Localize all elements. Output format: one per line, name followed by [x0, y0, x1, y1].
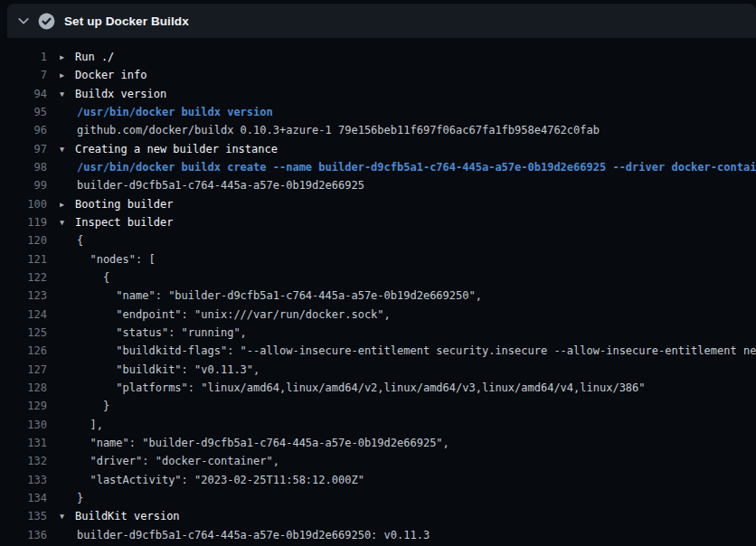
line-number[interactable]: 125 [0, 324, 47, 342]
log-line-content: ▶Run ./ [60, 48, 756, 66]
line-number[interactable]: 122 [0, 268, 47, 287]
log-line: 1 ▶Run ./ [0, 48, 756, 66]
group-collapsed-icon[interactable]: ▶ [60, 48, 75, 66]
group-collapsed-icon[interactable]: ▶ [60, 66, 75, 84]
log-line: 121 "nodes": [ [0, 250, 756, 268]
log-line-content: } [60, 397, 756, 415]
group-title[interactable]: Booting builder [75, 198, 173, 211]
log-line-content: "name": "builder-d9cfb5a1-c764-445a-a57e… [60, 287, 756, 305]
output-text: } [60, 489, 83, 507]
output-text: "nodes": [ [60, 250, 156, 268]
log-line-content: } [60, 489, 756, 507]
line-number[interactable]: 136 [0, 526, 47, 544]
log-line-content: "name": "builder-d9cfb5a1-c764-445a-a57e… [60, 434, 756, 452]
output-text: "buildkitd-flags": "--allow-insecure-ent… [60, 342, 756, 360]
line-number[interactable]: 127 [0, 361, 47, 379]
line-number[interactable]: 132 [0, 452, 47, 470]
output-text: builder-d9cfb5a1-c764-445a-a57e-0b19d2e6… [60, 526, 430, 544]
line-number[interactable]: 128 [0, 379, 47, 397]
group-expanded-icon[interactable]: ▼ [60, 85, 75, 103]
line-number[interactable]: 130 [0, 416, 47, 434]
line-number[interactable]: 7 [0, 66, 47, 84]
line-number[interactable]: 120 [0, 231, 47, 249]
log-line: 122 { [0, 268, 756, 287]
line-number[interactable]: 124 [0, 306, 47, 324]
group-title[interactable]: Creating a new builder instance [75, 143, 278, 155]
log-line: 125 "status": "running", [0, 324, 756, 342]
log-line: 127 "buildkit": "v0.11.3", [0, 361, 756, 379]
group-title[interactable]: Docker info [75, 69, 146, 81]
output-text: { [60, 268, 109, 287]
group-title[interactable]: Buildx version [75, 88, 166, 100]
log-line-content: { [60, 268, 756, 287]
log-line-content: "platforms": "linux/amd64,linux/amd64/v2… [60, 379, 756, 397]
log-line: 94 ▼Buildx version [0, 85, 756, 103]
log-line: 95 /usr/bin/docker buildx version [0, 103, 756, 121]
log-line: 123 "name": "builder-d9cfb5a1-c764-445a-… [0, 287, 756, 305]
line-number[interactable]: 123 [0, 287, 47, 305]
line-number[interactable]: 1 [0, 48, 47, 66]
log-line-content: ▼BuildKit version [60, 507, 756, 525]
command-text: /usr/bin/docker buildx create --name bui… [60, 158, 756, 176]
log-line: 100 ▶Booting builder [0, 195, 756, 213]
line-number[interactable]: 129 [0, 397, 47, 415]
output-text: "buildkit": "v0.11.3", [60, 361, 260, 379]
line-number[interactable]: 98 [0, 158, 47, 176]
log-line-content: { [60, 231, 756, 249]
line-number[interactable]: 133 [0, 471, 47, 489]
line-number[interactable]: 95 [0, 103, 47, 121]
output-text: "platforms": "linux/amd64,linux/amd64/v2… [60, 379, 646, 397]
output-text: "status": "running", [60, 324, 247, 342]
output-text: github.com/docker/buildx 0.10.3+azure-1 … [60, 121, 600, 139]
log-line-content: ▶Docker info [60, 66, 756, 84]
log-line-content: "buildkit": "v0.11.3", [60, 361, 756, 379]
output-text: "endpoint": "unix:///var/run/docker.sock… [60, 306, 391, 324]
log-line: 120 { [0, 231, 756, 249]
group-title[interactable]: BuildKit version [75, 510, 180, 522]
log-line-content: ▼Buildx version [60, 85, 756, 103]
chevron-down-icon[interactable] [16, 14, 31, 28]
log-line: 133 "lastActivity": "2023-02-25T11:58:12… [0, 471, 756, 489]
log-line: 135 ▼BuildKit version [0, 507, 756, 525]
log-line-content: "buildkitd-flags": "--allow-insecure-ent… [60, 342, 756, 360]
output-text: "driver": "docker-container", [60, 452, 279, 470]
log-line: 124 "endpoint": "unix:///var/run/docker.… [0, 306, 756, 324]
line-number[interactable]: 119 [0, 213, 47, 231]
group-collapsed-icon[interactable]: ▶ [60, 195, 75, 213]
line-number[interactable]: 94 [0, 85, 47, 103]
log-line: 96 github.com/docker/buildx 0.10.3+azure… [0, 121, 756, 139]
line-number[interactable]: 135 [0, 507, 47, 525]
step-header[interactable]: Set up Docker Buildx [7, 4, 756, 38]
log-line: 132 "driver": "docker-container", [0, 452, 756, 470]
group-expanded-icon[interactable]: ▼ [60, 140, 75, 158]
log-line: 130 ], [0, 416, 756, 434]
group-title[interactable]: Run ./ [75, 51, 114, 63]
line-number[interactable]: 121 [0, 250, 47, 268]
line-number[interactable]: 131 [0, 434, 47, 452]
line-number[interactable]: 99 [0, 176, 47, 194]
line-number[interactable]: 97 [0, 140, 47, 158]
log-line: 99 builder-d9cfb5a1-c764-445a-a57e-0b19d… [0, 176, 756, 194]
output-text: builder-d9cfb5a1-c764-445a-a57e-0b19d2e6… [60, 176, 364, 194]
check-circle-icon [38, 13, 55, 30]
log-line-content: ▼Inspect builder [60, 213, 756, 231]
log-line: 98 /usr/bin/docker buildx create --name … [0, 158, 756, 176]
log-line: 134 } [0, 489, 756, 507]
output-text: "lastActivity": "2023-02-25T11:58:12.000… [60, 471, 364, 489]
log-line: 131 "name": "builder-d9cfb5a1-c764-445a-… [0, 434, 756, 452]
log-line-content: ▶Booting builder [60, 195, 756, 213]
log-line-content: github.com/docker/buildx 0.10.3+azure-1 … [60, 121, 756, 139]
group-title[interactable]: Inspect builder [75, 216, 173, 229]
log-line: 126 "buildkitd-flags": "--allow-insecure… [0, 342, 756, 360]
line-number[interactable]: 134 [0, 489, 47, 507]
log-line-content: "lastActivity": "2023-02-25T11:58:12.000… [60, 471, 756, 489]
group-expanded-icon[interactable]: ▼ [60, 213, 75, 231]
group-expanded-icon[interactable]: ▼ [60, 507, 75, 525]
log-lines: 1 ▶Run ./ 7 ▶Docker info 94 ▼Buildx vers… [0, 48, 756, 544]
log-line: 129 } [0, 397, 756, 415]
line-number[interactable]: 100 [0, 195, 47, 213]
line-number[interactable]: 96 [0, 121, 47, 139]
line-number[interactable]: 126 [0, 342, 47, 360]
output-text: { [60, 231, 83, 249]
log-line-content: ], [60, 416, 756, 434]
